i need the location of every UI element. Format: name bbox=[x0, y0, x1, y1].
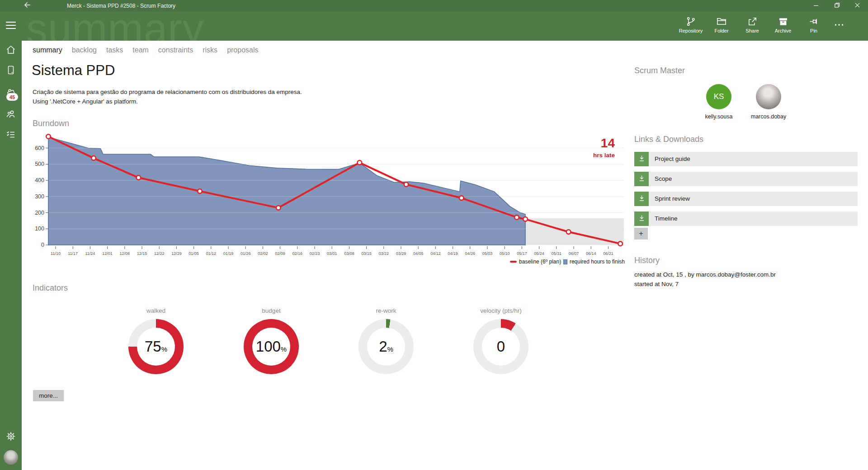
toolbar-repository-button[interactable]: Repository bbox=[675, 14, 706, 33]
svg-text:100: 100 bbox=[35, 226, 44, 232]
link-label: Sprint review bbox=[655, 192, 690, 206]
tab-team[interactable]: team bbox=[132, 46, 149, 54]
indicator-label: velocity (pts/hr) bbox=[473, 307, 528, 316]
pin-icon bbox=[809, 15, 819, 27]
home-icon[interactable] bbox=[5, 44, 16, 55]
titlebar: Merck - Sistema PPD #2508 - Scrum Factor… bbox=[0, 0, 868, 12]
avatar-photo bbox=[756, 84, 781, 109]
svg-text:04/19: 04/19 bbox=[448, 251, 458, 256]
svg-text:400: 400 bbox=[35, 177, 44, 183]
tab-proposals[interactable]: proposals bbox=[227, 46, 258, 54]
tab-tasks[interactable]: tasks bbox=[106, 46, 123, 54]
team-icon[interactable] bbox=[5, 108, 16, 119]
toolbar-label: Folder bbox=[714, 28, 728, 33]
svg-text:600: 600 bbox=[35, 145, 44, 151]
late-annotation: 14 hrs late bbox=[547, 136, 615, 159]
download-button[interactable] bbox=[634, 152, 649, 166]
link-row-scope[interactable]: Scope bbox=[634, 172, 858, 186]
scrum-master-kelly.sousa[interactable]: KSkelly.sousa bbox=[698, 84, 739, 120]
window-title: Merck - Sistema PPD #2508 - Scrum Factor… bbox=[67, 0, 175, 12]
tab-constraints[interactable]: constraints bbox=[158, 46, 193, 54]
toolbar-label: Archive bbox=[775, 28, 792, 33]
avatar-initials: KS bbox=[706, 84, 731, 109]
donut-gauge: 75% bbox=[128, 319, 184, 374]
link-row-sprint-review[interactable]: Sprint review bbox=[634, 192, 858, 206]
scrum-master-marcos.dobay[interactable]: marcos.dobay bbox=[748, 84, 789, 120]
indicator-walked: walked75% bbox=[128, 307, 184, 374]
tab-summary[interactable]: summary bbox=[33, 46, 62, 54]
dots-icon bbox=[834, 19, 844, 31]
restore-button[interactable] bbox=[829, 0, 844, 12]
svg-text:500: 500 bbox=[35, 161, 44, 167]
indicator-unit: % bbox=[387, 345, 393, 353]
legend-swatch-square bbox=[563, 259, 567, 264]
member-name: marcos.dobay bbox=[748, 113, 789, 120]
legend-label: required hours to finish bbox=[570, 258, 625, 265]
chart-legend: baseline (6º plan)required hours to fini… bbox=[510, 258, 625, 265]
burndown-heading: Burndown bbox=[33, 119, 69, 128]
toolbar-more-button[interactable] bbox=[829, 14, 849, 33]
minimize-button[interactable] bbox=[808, 0, 824, 12]
indicators-heading: Indicators bbox=[33, 283, 68, 293]
svg-text:03/08: 03/08 bbox=[344, 251, 354, 256]
link-row-timeline[interactable]: Timeline bbox=[634, 212, 858, 226]
tab-risks[interactable]: risks bbox=[203, 46, 217, 54]
header-toolbar: RepositoryFolderShareArchivePin bbox=[675, 14, 849, 33]
hamburger-menu-icon[interactable] bbox=[6, 22, 16, 29]
header-band: summary RepositoryFolderShareArchivePin bbox=[0, 12, 868, 41]
donut-gauge: 100% bbox=[244, 319, 299, 374]
svg-text:01/26: 01/26 bbox=[241, 251, 251, 256]
download-button[interactable] bbox=[634, 172, 649, 186]
svg-text:12/01: 12/01 bbox=[102, 251, 113, 256]
download-icon bbox=[638, 214, 646, 224]
svg-text:03/29: 03/29 bbox=[396, 251, 406, 256]
indicator-value: 2 bbox=[379, 328, 387, 366]
indicator-unit: % bbox=[281, 345, 287, 353]
settings-gear-icon[interactable] bbox=[5, 431, 16, 442]
folder-icon bbox=[716, 15, 727, 27]
svg-text:03/01: 03/01 bbox=[327, 251, 337, 256]
svg-text:12/29: 12/29 bbox=[171, 251, 182, 256]
arrow-left-icon bbox=[23, 0, 32, 11]
legend-label: baseline (6º plan) bbox=[519, 258, 561, 265]
sprint-count-badge: 45 bbox=[6, 93, 18, 101]
user-avatar[interactable] bbox=[4, 450, 18, 465]
donut-gauge: 2% bbox=[359, 319, 414, 374]
toolbar-folder-button[interactable]: Folder bbox=[706, 14, 737, 33]
svg-text:05/10: 05/10 bbox=[500, 251, 510, 256]
toolbar-archive-button[interactable]: Archive bbox=[768, 14, 798, 33]
back-button[interactable] bbox=[21, 0, 33, 11]
svg-text:01/05: 01/05 bbox=[189, 251, 199, 256]
project-board-icon[interactable] bbox=[5, 65, 16, 75]
app-window: Merck - Sistema PPD #2508 - Scrum Factor… bbox=[0, 0, 868, 470]
svg-text:01/12: 01/12 bbox=[206, 251, 217, 256]
close-icon bbox=[854, 2, 860, 10]
close-button[interactable] bbox=[849, 0, 865, 12]
tab-backlog[interactable]: backlog bbox=[72, 46, 97, 54]
svg-text:12/22: 12/22 bbox=[154, 251, 165, 256]
svg-text:05/03: 05/03 bbox=[482, 251, 493, 256]
burndown-chart: 010020030040050060011/1011/1711/2412/011… bbox=[32, 131, 633, 262]
page-title: Sistema PPD bbox=[32, 62, 115, 79]
history-heading: History bbox=[634, 256, 660, 265]
svg-text:04/05: 04/05 bbox=[413, 251, 424, 256]
download-button[interactable] bbox=[634, 212, 649, 226]
svg-text:03/15: 03/15 bbox=[361, 251, 372, 256]
project-description-line1: Criação de sistema para gestão do progra… bbox=[33, 89, 302, 95]
svg-text:0: 0 bbox=[41, 242, 44, 248]
backlog-list-icon[interactable] bbox=[5, 129, 16, 140]
svg-text:04/26: 04/26 bbox=[465, 251, 476, 256]
toolbar-pin-button[interactable]: Pin bbox=[798, 14, 829, 33]
svg-text:06/14: 06/14 bbox=[586, 251, 596, 256]
member-name: kelly.sousa bbox=[698, 113, 739, 120]
indicator-label: budget bbox=[244, 307, 299, 316]
legend-swatch-line bbox=[510, 261, 517, 263]
svg-text:05/31: 05/31 bbox=[552, 251, 562, 256]
add-link-button[interactable]: + bbox=[634, 228, 648, 240]
download-button[interactable] bbox=[634, 192, 649, 206]
more-button[interactable]: more... bbox=[33, 390, 64, 401]
restore-icon bbox=[834, 2, 840, 10]
svg-text:06/07: 06/07 bbox=[569, 251, 579, 256]
toolbar-share-button[interactable]: Share bbox=[737, 14, 768, 33]
link-row-project-guide[interactable]: Project guide bbox=[634, 152, 858, 166]
